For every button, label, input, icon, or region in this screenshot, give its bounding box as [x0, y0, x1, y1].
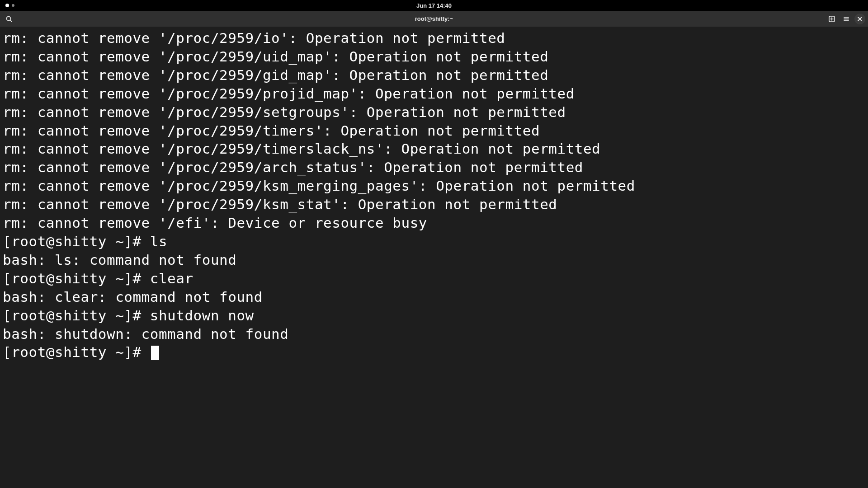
terminal-line: rm: cannot remove '/proc/2959/setgroups'…: [3, 103, 865, 122]
svg-line-1: [10, 20, 12, 22]
window-title: root@shitty:~: [415, 15, 453, 22]
terminal-line: [root@shitty ~]# ls: [3, 232, 865, 251]
clock[interactable]: Jun 17 14:40: [416, 2, 452, 9]
terminal-prompt-line[interactable]: [root@shitty ~]#: [3, 343, 865, 361]
terminal-line: [root@shitty ~]# shutdown now: [3, 306, 865, 325]
terminal-line: rm: cannot remove '/proc/2959/arch_statu…: [3, 158, 865, 177]
terminal-line: rm: cannot remove '/proc/2959/timerslack…: [3, 140, 865, 158]
hamburger-icon: [843, 15, 850, 23]
terminal-line: rm: cannot remove '/proc/2959/ksm_mergin…: [3, 177, 865, 195]
terminal-line: rm: cannot remove '/proc/2959/projid_map…: [3, 84, 865, 103]
terminal-line: rm: cannot remove '/efi': Device or reso…: [3, 214, 865, 232]
terminal-line: rm: cannot remove '/proc/2959/io': Opera…: [3, 29, 865, 47]
terminal-line: rm: cannot remove '/proc/2959/timers': O…: [3, 122, 865, 140]
menu-button[interactable]: [840, 13, 853, 25]
terminal-line: rm: cannot remove '/proc/2959/ksm_stat':…: [3, 195, 865, 214]
activities-indicator[interactable]: [5, 4, 14, 7]
activities-dot-icon: [5, 4, 9, 7]
new-tab-icon: [828, 15, 835, 23]
terminal-line: bash: shutdown: command not found: [3, 325, 865, 343]
window-headerbar: root@shitty:~: [0, 11, 868, 27]
terminal-line: [root@shitty ~]# clear: [3, 269, 865, 288]
terminal-line: rm: cannot remove '/proc/2959/uid_map': …: [3, 47, 865, 66]
new-tab-button[interactable]: [826, 13, 838, 25]
terminal-line: rm: cannot remove '/proc/2959/gid_map': …: [3, 66, 865, 84]
terminal-cursor: [151, 346, 160, 361]
search-icon: [5, 15, 13, 23]
terminal-line: bash: clear: command not found: [3, 288, 865, 306]
terminal-line: bash: ls: command not found: [3, 251, 865, 269]
close-button[interactable]: [854, 14, 865, 24]
system-topbar: Jun 17 14:40: [0, 0, 868, 11]
terminal-viewport[interactable]: rm: cannot remove '/proc/2959/io': Opera…: [0, 27, 868, 488]
workspace-dot-icon: [12, 4, 14, 7]
close-icon: [858, 17, 862, 21]
search-button[interactable]: [3, 13, 15, 25]
